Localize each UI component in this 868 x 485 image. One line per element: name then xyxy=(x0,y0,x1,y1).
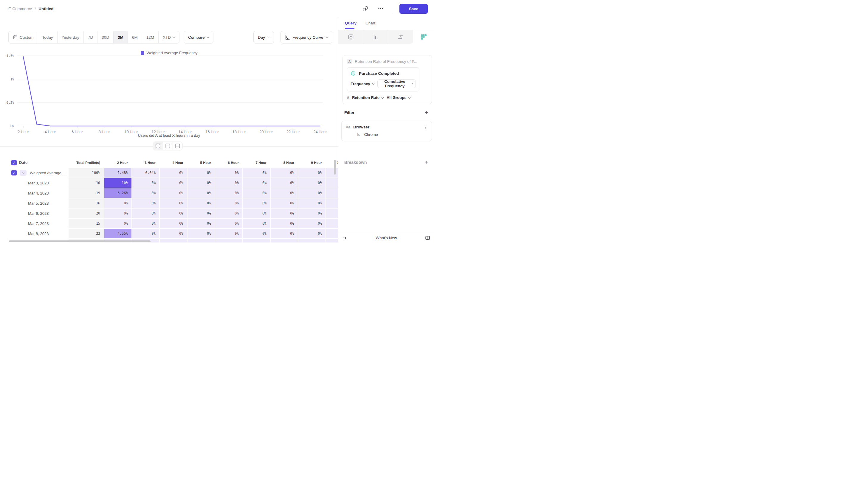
viz-insights-icon[interactable] xyxy=(338,30,363,44)
hour-value-cell: 0% xyxy=(104,198,131,208)
range-12m[interactable]: 12M xyxy=(142,31,158,43)
query-sidebar: Query Chart xyxy=(338,17,434,243)
granularity-dropdown[interactable]: Day xyxy=(253,31,274,43)
column-header: Total Profile(s) xyxy=(68,158,104,167)
column-header: 8 Hour xyxy=(271,158,298,167)
table-row[interactable]: Mar 7, 2023150%0%0%0%0%0%0%0% xyxy=(0,219,338,228)
filter-operator[interactable]: Is xyxy=(357,133,360,137)
filter-card: Aa Browser ⋮ Is Chrome xyxy=(341,121,432,141)
filter-value[interactable]: Chrome xyxy=(364,132,378,137)
tab-chart[interactable]: Chart xyxy=(366,21,375,27)
measure-dropdown[interactable]: Retention Rate xyxy=(352,95,383,100)
frequency-type-label: Cumulative Frequency xyxy=(381,79,409,88)
chevron-down-icon xyxy=(267,35,270,38)
hour-value-cell: 0% xyxy=(271,178,298,188)
string-property-icon: Aa xyxy=(346,125,350,129)
viz-frequency-icon[interactable] xyxy=(413,30,434,44)
y-tick-label: 0% xyxy=(10,124,14,128)
y-tick-label: 0.5% xyxy=(6,101,14,104)
panel-layout-icon[interactable] xyxy=(424,233,431,242)
hour-value-cell: 0% xyxy=(271,168,298,177)
hour-value-cell: 0% xyxy=(299,229,326,238)
measure-row: # Retention Rate All Groups xyxy=(347,95,428,100)
share-link-icon[interactable] xyxy=(361,4,369,13)
hour-value-cell: 0% xyxy=(187,188,215,198)
total-profiles-cell: 100% xyxy=(68,168,104,177)
row-label-cell: Weighted Average ... xyxy=(0,168,68,177)
row-checkbox[interactable] xyxy=(11,170,17,175)
hour-value-cell: 0% xyxy=(132,229,159,238)
expand-row-button[interactable] xyxy=(20,170,27,176)
range-custom[interactable]: Custom xyxy=(9,31,38,43)
table-row[interactable]: Weighted Average ...100%1.48%0.04%0%0%0%… xyxy=(0,168,338,177)
column-header-label: Date xyxy=(19,160,27,165)
chevron-down-icon xyxy=(410,82,413,85)
collapse-sidebar-icon[interactable] xyxy=(342,233,348,242)
hour-value-cell: 0% xyxy=(215,208,242,218)
range-7d[interactable]: 7D xyxy=(84,31,97,43)
range-xtd[interactable]: XTD xyxy=(158,31,179,43)
series-title-input[interactable]: Retention Rate of Frequency of P... xyxy=(355,59,417,64)
topbar-divider xyxy=(392,5,392,12)
total-profiles-cell: 15 xyxy=(68,219,104,228)
chevron-down-icon xyxy=(381,96,384,99)
chart-view-toggle[interactable] xyxy=(163,142,173,150)
event-selector[interactable]: Purchase Completed xyxy=(350,71,416,76)
frequency-dropdown[interactable]: Frequency xyxy=(350,82,374,86)
breakdown-section-header: Breakdown + xyxy=(344,159,428,165)
table-row[interactable]: Mar 5, 2023160%0%0%0%0%0%0%0% xyxy=(0,198,338,208)
hour-value-cell: 0% xyxy=(243,198,270,208)
measure-label: Retention Rate xyxy=(352,95,379,100)
row-label-cell: Mar 6, 2023 xyxy=(0,208,68,218)
table-row[interactable]: Mar 8, 2023224.55%0%0%0%0%0%0%0% xyxy=(0,229,338,238)
save-button[interactable]: Save xyxy=(399,4,428,14)
tab-query[interactable]: Query xyxy=(345,21,356,27)
range-label: XTD xyxy=(163,35,171,40)
series-title-row: A Retention Rate of Frequency of P... xyxy=(347,59,428,64)
row-label-cell: Mar 7, 2023 xyxy=(0,219,68,228)
frequency-report-app: E-Commerce / Untitled Save CustomTodayYe… xyxy=(0,0,434,243)
range-30d[interactable]: 30D xyxy=(97,31,113,43)
groups-dropdown[interactable]: All Groups xyxy=(386,95,410,100)
whats-new-link[interactable]: What's New xyxy=(376,236,397,240)
hour-value-cell: 0% xyxy=(187,219,215,228)
filter-section-header: Filter + xyxy=(344,110,428,115)
total-profiles-cell: 22 xyxy=(68,229,104,238)
table-row[interactable]: Mar 3, 20231010%0%0%0%0%0%0%0% xyxy=(0,178,338,188)
split-view-toggle[interactable] xyxy=(153,142,163,150)
hour-value-cell: 0% xyxy=(299,198,326,208)
table-row[interactable]: Mar 4, 2023195.26%0%0%0%0%0%0%0% xyxy=(0,188,338,198)
range-yesterday[interactable]: Yesterday xyxy=(57,31,84,43)
breadcrumb-board[interactable]: E-Commerce xyxy=(8,6,32,11)
hour-value-cell: 0% xyxy=(271,188,298,198)
table-view-toggle[interactable] xyxy=(173,142,182,150)
viz-type-dropdown[interactable]: Frequency Curve xyxy=(280,31,332,43)
range-label: Custom xyxy=(20,35,34,40)
frequency-type-dropdown[interactable]: Cumulative Frequency xyxy=(377,79,416,88)
hour-value-cell: 5.26% xyxy=(104,188,131,198)
hour-value-cell xyxy=(271,239,298,243)
table-row[interactable]: Mar 6, 2023200%0%0%0%0%0%0%0% xyxy=(0,208,338,218)
column-header-date: Date xyxy=(0,158,68,167)
more-options-icon[interactable] xyxy=(376,4,385,13)
filter-property[interactable]: Browser xyxy=(353,125,420,129)
viz-funnels-icon[interactable] xyxy=(363,30,388,44)
hour-value-cell: 0% xyxy=(215,229,242,238)
range-3m[interactable]: 3M xyxy=(113,31,128,43)
add-breakdown-button[interactable]: + xyxy=(425,159,428,165)
horizontal-scrollbar[interactable] xyxy=(9,240,151,242)
vertical-scrollbar[interactable] xyxy=(334,160,336,174)
breadcrumb-report-title[interactable]: Untitled xyxy=(38,6,53,11)
compare-button[interactable]: Compare xyxy=(184,31,214,43)
hour-value-cell: 1.48% xyxy=(104,168,131,177)
hour-value-cell: 0% xyxy=(132,198,159,208)
range-today[interactable]: Today xyxy=(38,31,57,43)
hour-value-cell xyxy=(326,198,338,208)
viz-flows-icon[interactable] xyxy=(388,30,413,44)
add-filter-button[interactable]: + xyxy=(425,110,428,115)
range-6m[interactable]: 6M xyxy=(128,31,142,43)
select-all-checkbox[interactable] xyxy=(11,160,17,165)
filter-menu-icon[interactable]: ⋮ xyxy=(423,125,428,129)
hour-value-cell: 0% xyxy=(160,198,187,208)
chevron-down-icon xyxy=(22,171,24,174)
